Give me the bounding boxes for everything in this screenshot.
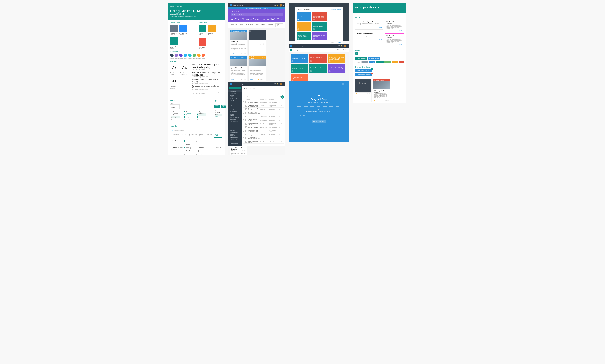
return-to-gallery[interactable]: ← Return to Gallery [228, 142, 242, 145]
sidebar-link[interactable]: UX Design [228, 129, 242, 131]
topbar-icons[interactable]: ▦🔔▾ [274, 4, 284, 7]
filter-list[interactable]: Blog Facebook Post Image Training Doc [170, 110, 181, 123]
sidebar-collection[interactable]: Case Studies [228, 102, 242, 104]
card-action-icons[interactable]: ★⎘⋯⬚ [239, 79, 246, 80]
delete-icon[interactable]: 🗑 [281, 127, 284, 128]
grid-icon[interactable]: ▦ [275, 83, 276, 85]
close-icon[interactable]: ✕ [345, 83, 347, 85]
filter-option[interactable]: East Coast [196, 140, 206, 142]
mini-card-media[interactable]: Media 7/22/2015 Ullamcorper Tellus Phare… [373, 79, 390, 102]
bell-icon[interactable]: 🔔 [341, 45, 343, 47]
pill-success[interactable]: Success [385, 61, 391, 63]
add-icon[interactable]: + [313, 28, 315, 30]
content-card[interactable]: Training Doc 4/20/2015 Content TitleViva… [230, 30, 247, 55]
filter-dropdown[interactable]: Campaign ▾ [268, 24, 274, 26]
drop-zone[interactable]: ☁ Drag and Drop your files anywhere to u… [297, 89, 341, 106]
bell-icon[interactable]: 🔔 [277, 83, 279, 85]
pill-default[interactable]: Default [362, 61, 368, 63]
table-row[interactable]: Why Deadlines Matter+5 CollectionsClient… [243, 101, 284, 104]
filter-dropdown[interactable]: Region ▾ [265, 91, 269, 94]
filter-dropdown[interactable]: Persona ▾ [239, 24, 244, 26]
delete-icon[interactable]: 🗑 [281, 105, 284, 106]
filter-option[interactable]: Client Training [184, 150, 194, 151]
row-checkbox[interactable] [243, 141, 244, 143]
table-row[interactable]: Editorial Styleguide Template+4 Collecti… [243, 118, 284, 122]
card-action-icons[interactable]: ★⎘⋯⬚ [258, 79, 264, 80]
got-it-button[interactable]: GOT IT [379, 27, 382, 28]
filter-tab[interactable]: More Filters [214, 133, 222, 138]
row-checkbox[interactable] [243, 123, 244, 125]
card-action-icons[interactable]: ★⎘⋯⬚ [239, 52, 246, 54]
collection-tile[interactable]: North American 2015 Drip Campaign+ [312, 32, 327, 40]
tag-list[interactable]: West Mid-West Central Clear All [214, 109, 223, 118]
add-icon[interactable]: + [313, 19, 315, 20]
sidebar-collection[interactable]: New Hire on-Boarding... [228, 107, 242, 110]
pill-warning[interactable]: Warning [392, 61, 399, 63]
grid-icon[interactable]: ▦ [338, 45, 340, 47]
content-type-dropdown[interactable]: Content Type ▾ [170, 104, 179, 109]
collection-tile[interactable]: TH-13-12-Kapost Academy -1.2 - Getting I… [297, 22, 311, 31]
sidebar-link[interactable]: Marketing Resources [228, 127, 242, 129]
table-row[interactable]: Why Deadlines Matter+6 CollectionsClient… [243, 126, 284, 129]
tag-persona[interactable]: Persona ▾ [214, 105, 220, 108]
filter-list-checked-2[interactable]: Blog Facebook Post Image Training Doc Cl… [196, 110, 207, 123]
view-item-button[interactable]: VIEW ITEM [253, 35, 261, 37]
view-all[interactable]: View All ▾ [216, 140, 221, 142]
sidebar-link[interactable]: Sales Client References [228, 133, 242, 136]
table-row[interactable]: Need Content Ideas? Ask These QuestionsC… [243, 133, 284, 136]
row-checkbox[interactable] [243, 116, 244, 117]
filter-dropdown[interactable]: Campaign ▾ [270, 91, 275, 94]
help-icon[interactable]: ? [342, 83, 344, 85]
delete-icon[interactable]: 🗑 [281, 123, 284, 124]
filter-list-checked[interactable]: Blog Facebook Post Image Training Doc Cl… [183, 110, 194, 123]
edit-icon[interactable]: ✎ [279, 102, 281, 103]
delete-icon[interactable]: 🗑 [281, 130, 284, 131]
more-link[interactable]: MORE [250, 79, 253, 80]
add-fab[interactable]: + [281, 95, 284, 99]
delete-icon[interactable]: 🗑 [281, 138, 284, 139]
filter-dropdown[interactable]: Category ▾ [261, 24, 266, 26]
filter-tab[interactable]: Buying Stage ▾ [188, 133, 198, 138]
table-row[interactable]: Four Ways to Kickstart Content Ideation … [243, 104, 284, 108]
new-collection-btn[interactable]: + New Collection [355, 57, 367, 60]
delete-icon[interactable]: 🗑 [281, 141, 284, 142]
edit-icon[interactable]: ✎ [279, 134, 281, 135]
clear-filters[interactable]: Clear Selected Filters [196, 120, 206, 123]
star-icon[interactable]: ★ [374, 100, 375, 101]
view-item-button[interactable]: VIEW ITEM [359, 82, 367, 84]
add-icon[interactable]: + [329, 60, 330, 62]
filter-option[interactable]: West Coast [184, 140, 194, 142]
edit-icon[interactable]: ✎ [279, 116, 281, 117]
edit-icon[interactable]: ✎ [279, 123, 281, 125]
table-row[interactable]: Four Ways to Kickstart Content Ideation … [243, 129, 284, 133]
browse-link[interactable]: browse [326, 102, 330, 103]
add-icon[interactable]: + [298, 28, 299, 30]
filter-dropdown[interactable]: Persona ▾ [251, 91, 256, 94]
collection-tile[interactable]: Data Analysis on Customer Interviews+ [309, 64, 327, 73]
row-checkbox[interactable] [243, 101, 244, 103]
grid-icon[interactable]: ▦ [275, 4, 276, 6]
row-checkbox[interactable] [243, 119, 244, 121]
table-row[interactable]: Social - Inefficiencies WebinarCase Stud… [243, 115, 284, 118]
filter-option[interactable]: Client Demo [196, 147, 206, 148]
sidebar-collection[interactable]: Client Training Docs [228, 116, 242, 118]
row-checkbox[interactable] [243, 137, 244, 139]
more-link[interactable]: MORE [231, 53, 234, 54]
filter-option[interactable]: Informing [184, 147, 194, 148]
upload-button[interactable]: UPLOAD CONTENT [312, 120, 326, 123]
filter-dropdown[interactable]: Buying Stage ▾ [246, 24, 253, 26]
cancel-button[interactable]: CANCEL [331, 42, 335, 43]
filter-option[interactable]: Testing [196, 153, 206, 155]
content-card[interactable]: Customer Docs 7/20/2015 Fermentum Fringi… [248, 56, 265, 81]
dd-state-ok[interactable]: Add Content to Collection✓ [355, 69, 372, 72]
add-icon[interactable]: + [291, 70, 293, 72]
delete-icon[interactable]: 🗑 [281, 102, 284, 103]
table-row[interactable]: Social - Inefficiencies WebinarCase Stud… [243, 140, 284, 144]
collection-tile[interactable]: Mid-West 2015 Product Analysis Data Find… [312, 13, 327, 21]
content-card[interactable]: VIEW ITEM ★⎘⋯⬚ [248, 30, 265, 55]
delete-icon[interactable]: 🗑 [281, 112, 284, 114]
filter-dropdown[interactable]: Region ▾ [255, 24, 259, 26]
more-filters-button[interactable]: More Filters [277, 91, 284, 94]
sidebar-collection[interactable]: Client Training Docs [228, 98, 242, 100]
collection-tile[interactable]: Mid-West 2015 Product Analysis Data Find… [309, 54, 327, 63]
